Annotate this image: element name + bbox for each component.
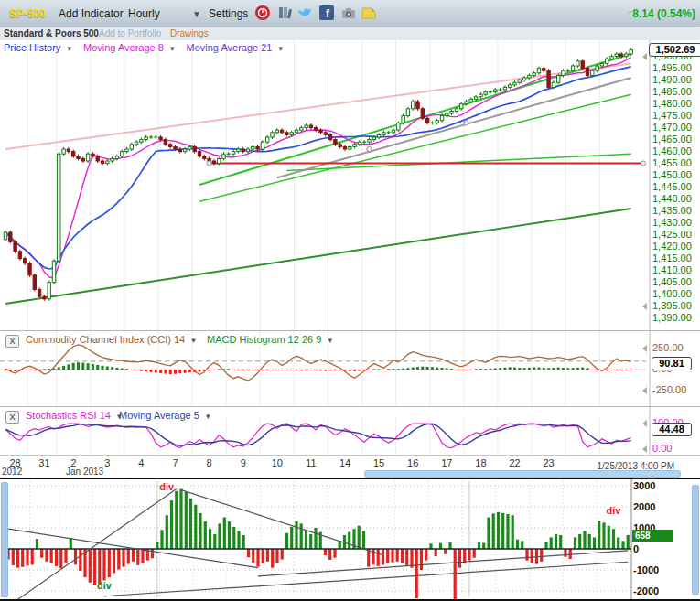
day-tick-label: 31 (38, 457, 49, 468)
day-tick-label: 16 (407, 457, 418, 468)
cci-tick-label: 250.00 (652, 342, 684, 353)
histogram-tick-label: -2000 (633, 585, 659, 596)
price-tick-label: 1,495.00 (652, 62, 692, 73)
price-tick-label: 1,435.00 (652, 205, 692, 216)
cci-panel: X Commodity Channel Index (CCI) 14 ▾ MAC… (0, 331, 700, 406)
divergence-label: div (607, 505, 621, 516)
horizontal-scrollbar[interactable] (364, 470, 681, 478)
price-tick-label: 1,480.00 (652, 98, 692, 109)
close-cci-button[interactable]: X (5, 335, 19, 348)
axis-marker-icon (642, 387, 647, 394)
library-icon[interactable] (276, 5, 293, 21)
day-tick-label: 14 (339, 457, 350, 468)
charting-app: SP-500 Add Indicator Hourly ▼ Settings f… (0, 0, 700, 601)
day-tick-label: 23 (543, 457, 554, 468)
add-indicator-button[interactable]: Add Indicator (59, 7, 124, 20)
price-tick-label: 1,400.00 (652, 288, 692, 299)
day-tick-label: 8 (207, 457, 212, 468)
twitter-icon[interactable] (296, 5, 313, 21)
histogram-panel: 3000200010000-1000-2000 658 divdivdiv (0, 478, 700, 601)
stoch-ma-dropdown[interactable]: Moving Average 5 ▾ (119, 410, 210, 421)
day-tick-label: 3 (104, 457, 110, 468)
month-label: Jan 2013 (66, 467, 103, 477)
axis-marker-icon (642, 420, 647, 427)
ma21-dropdown[interactable]: Moving Average 21 ▾ (187, 42, 284, 53)
price-tick-label: 1,395.00 (652, 300, 692, 311)
price-chart-canvas[interactable] (0, 40, 700, 330)
price-tick-label: 1,475.00 (652, 110, 692, 121)
histogram-tick-label: 3000 (633, 480, 655, 491)
price-history-panel: Price History ▾ Moving Average 8 ▾ Movin… (0, 40, 700, 330)
macd-dropdown[interactable]: MACD Histogram 12 26 9 ▾ (207, 334, 332, 345)
cci-tick-label: -250.00 (652, 384, 686, 395)
price-tick-label: 1,420.00 (652, 241, 692, 252)
divergence-label: div (159, 481, 174, 492)
price-tick-label: 1,445.00 (652, 181, 692, 192)
stoch-rsi-dropdown[interactable]: Stochastics RSI 14 ▾ (26, 410, 122, 421)
price-tick-label: 1,465.00 (652, 134, 692, 145)
chevron-down-icon[interactable]: ▼ (192, 9, 201, 19)
symbol-label[interactable]: SP-500 (9, 7, 46, 20)
day-tick-label: 7 (172, 457, 178, 468)
price-tick-label: 1,460.00 (652, 145, 692, 156)
main-toolbar: SP-500 Add Indicator Hourly ▼ Settings f… (0, 0, 700, 28)
stoch-value-box: 44.48 (652, 423, 692, 436)
axis-marker-icon (642, 303, 647, 310)
price-tick-label: 1,405.00 (652, 276, 692, 287)
price-tick-label: 1,490.00 (652, 74, 692, 85)
year-label: 2012 (2, 467, 22, 477)
ma8-dropdown[interactable]: Moving Average 8 ▾ (83, 42, 174, 53)
price-tick-label: 1,425.00 (652, 229, 692, 240)
day-tick-label: 9 (241, 457, 246, 468)
symbol-subbar: Standard & Poors 500 Add to Portfolio Dr… (0, 27, 700, 41)
day-tick-label: 11 (306, 457, 316, 468)
price-change-indicator: ↑8.14 (0.54%) (627, 7, 695, 20)
histogram-value-badge: 658 (632, 530, 673, 542)
interval-dropdown[interactable]: Hourly (128, 7, 160, 20)
cci-value-box: 90.81 (652, 357, 692, 370)
price-tick-label: 1,450.00 (652, 169, 692, 180)
price-tick-label: 1,430.00 (652, 217, 692, 228)
histogram-tick-label: -1000 (633, 564, 659, 575)
price-tick-label: 1,390.00 (652, 312, 692, 323)
drawings-link[interactable]: Drawings (170, 28, 209, 38)
close-stoch-button[interactable]: X (5, 411, 19, 424)
histogram-tick-label: 2000 (633, 501, 655, 512)
notes-icon[interactable] (361, 5, 377, 21)
day-tick-label: 4 (138, 457, 144, 468)
stochastics-panel: X Stochastics RSI 14 ▾ Moving Average 5 … (0, 407, 700, 455)
add-to-portfolio-link[interactable]: Add to Portfolio (99, 28, 161, 38)
stoch-tick-label: 0.00 (652, 443, 672, 454)
price-tick-label: 1,455.00 (652, 157, 692, 168)
axis-marker-icon (642, 445, 647, 453)
settings-button[interactable]: Settings (209, 7, 248, 20)
day-tick-label: 17 (441, 457, 452, 468)
day-tick-label: 15 (373, 457, 384, 468)
axis-marker-icon (642, 345, 647, 352)
snapshot-icon[interactable] (340, 5, 357, 21)
divergence-label: div (97, 580, 112, 591)
right-scrollbar[interactable] (692, 485, 699, 595)
date-axis: 2831234789101114151617182223 2012 Jan 20… (0, 455, 700, 478)
day-tick-label: 18 (475, 457, 486, 468)
price-history-dropdown[interactable]: Price History ▾ (4, 42, 71, 53)
price-tick-label: 1,415.00 (652, 252, 692, 263)
price-tick-label: 1,440.00 (652, 193, 692, 204)
facebook-icon[interactable]: f (318, 5, 335, 21)
axis-marker-icon (642, 53, 647, 60)
cci-dropdown[interactable]: Commodity Channel Index (CCI) 14 ▾ (26, 334, 196, 345)
day-tick-label: 22 (509, 457, 520, 468)
symbol-fullname: Standard & Poors 500 (4, 28, 99, 38)
last-price-box: 1,502.69 (649, 43, 700, 57)
price-tick-label: 1,470.00 (652, 122, 692, 133)
histogram-tick-label: 0 (633, 543, 639, 554)
price-legend: Price History ▾ Moving Average 8 ▾ Movin… (4, 42, 292, 53)
left-scrollbar[interactable] (1, 482, 8, 597)
alerts-icon[interactable] (254, 5, 271, 21)
day-tick-label: 10 (272, 457, 283, 468)
price-tick-label: 1,485.00 (652, 86, 692, 97)
price-tick-label: 1,410.00 (652, 264, 692, 275)
